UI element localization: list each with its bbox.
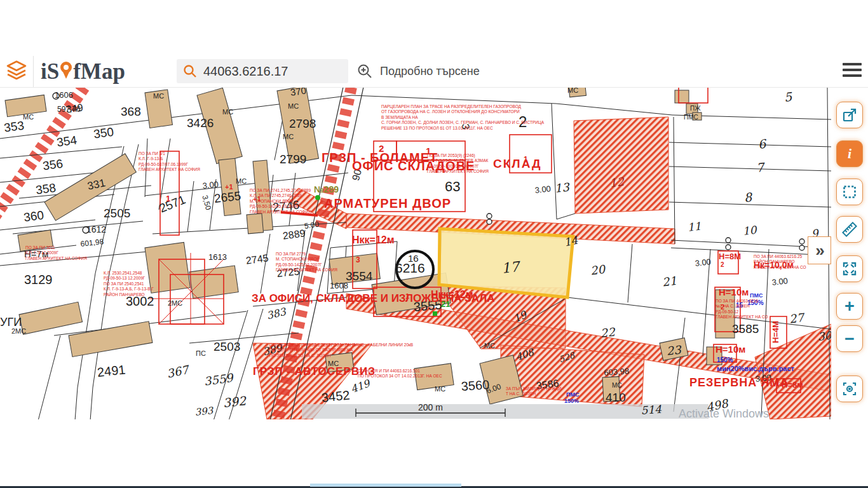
scale-label: 200 m bbox=[418, 402, 443, 412]
zoom-out-icon: − bbox=[844, 330, 855, 348]
select-area-icon bbox=[843, 185, 857, 199]
logo-text-prefix: iS bbox=[41, 59, 59, 85]
open-external-icon bbox=[843, 108, 857, 122]
detailed-search-label: Подробно търсене bbox=[380, 65, 480, 78]
search-input[interactable] bbox=[202, 64, 332, 79]
open-external-button[interactable] bbox=[836, 102, 863, 128]
search-icon bbox=[183, 64, 197, 78]
info-icon: i bbox=[848, 147, 851, 161]
scale-bar bbox=[302, 404, 709, 419]
header-divider bbox=[33, 56, 34, 87]
layers-button[interactable] bbox=[2, 57, 31, 85]
map-toolbar: i + − bbox=[831, 87, 868, 419]
menu-button[interactable] bbox=[843, 63, 862, 79]
app-header: iS fMap Подробно търсене bbox=[0, 56, 868, 88]
logo-text-suffix: fMap bbox=[73, 59, 125, 85]
taskbar-sliver-highlight bbox=[310, 484, 461, 487]
select-area-button[interactable] bbox=[836, 179, 863, 205]
zoom-in-button[interactable]: + bbox=[836, 293, 863, 320]
collapse-panel-button[interactable]: » bbox=[808, 236, 831, 264]
geolocate-button[interactable] bbox=[836, 376, 863, 402]
map-canvas[interactable] bbox=[0, 87, 831, 419]
ruler-icon bbox=[842, 222, 857, 237]
zoom-in-icon: + bbox=[844, 298, 855, 315]
app-logo[interactable]: iS fMap bbox=[41, 58, 125, 86]
double-chevron-icon: » bbox=[815, 242, 823, 259]
detailed-search-button[interactable]: Подробно търсене bbox=[357, 59, 480, 83]
layers-icon bbox=[6, 60, 27, 83]
fit-extent-icon bbox=[843, 262, 857, 276]
info-button[interactable]: i bbox=[836, 140, 863, 167]
highlighted-parcel[interactable] bbox=[439, 229, 573, 297]
measure-button[interactable] bbox=[836, 216, 863, 243]
search-box bbox=[177, 59, 348, 83]
zoom-plus-icon bbox=[357, 64, 372, 79]
fit-extent-button[interactable] bbox=[836, 255, 863, 282]
logo-pin-icon bbox=[60, 60, 72, 85]
geolocate-icon bbox=[843, 382, 857, 396]
zoom-out-button[interactable]: − bbox=[836, 325, 863, 352]
activate-windows-watermark: Activate Windows bbox=[679, 407, 769, 421]
map-graphics bbox=[0, 87, 831, 419]
